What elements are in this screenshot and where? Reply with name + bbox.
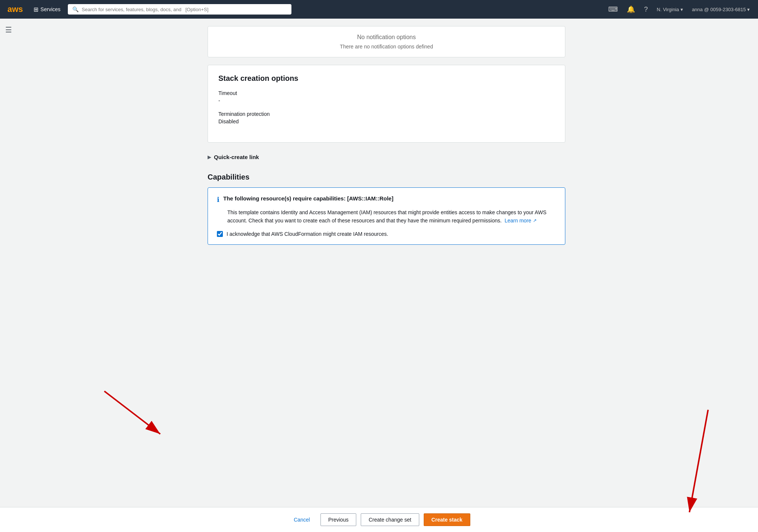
user-menu[interactable]: anna @ 0059-2303-6815 ▾ (688, 4, 754, 15)
iam-checkbox-label[interactable]: I acknowledge that AWS CloudFormation mi… (227, 231, 388, 237)
svg-line-2 (689, 410, 708, 512)
info-icon: ℹ (217, 196, 219, 204)
footer-actions: Cancel Previous Create change set Create… (0, 507, 758, 532)
sidebar-toggle[interactable]: ☰ (5, 25, 12, 34)
grid-icon: ⊞ (34, 6, 38, 13)
stack-options-card: Stack creation options Timeout - Termina… (208, 65, 565, 143)
bell-icon[interactable]: 🔔 (623, 3, 639, 16)
global-search[interactable]: 🔍 (68, 4, 291, 15)
termination-field: Termination protection Disabled (218, 111, 555, 124)
capabilities-box: ℹ The following resource(s) require capa… (208, 187, 565, 245)
external-link-icon: ↗ (533, 217, 537, 224)
timeout-label: Timeout (218, 90, 555, 96)
iam-acknowledge-checkbox[interactable] (217, 231, 223, 237)
capabilities-title: Capabilities (208, 173, 565, 181)
search-icon: 🔍 (72, 6, 79, 12)
region-selector[interactable]: N. Virginia ▾ (653, 4, 686, 15)
services-menu[interactable]: ⊞ Services (30, 4, 64, 15)
stack-options-title: Stack creation options (218, 74, 555, 83)
capabilities-header: ℹ The following resource(s) require capa… (217, 195, 556, 204)
quick-create-section: ▶ Quick-create link (208, 150, 565, 164)
svg-line-1 (104, 391, 160, 434)
main-content: No notification options There are no not… (0, 19, 758, 282)
learn-more-link[interactable]: Learn more ↗ (505, 216, 537, 225)
search-input[interactable] (82, 7, 287, 12)
aws-logo[interactable]: aws (4, 3, 26, 16)
create-change-set-button[interactable]: Create change set (361, 513, 419, 526)
termination-label: Termination protection (218, 111, 555, 117)
capabilities-box-title: The following resource(s) require capabi… (223, 195, 394, 202)
notification-title: No notification options (218, 34, 555, 41)
timeout-value: - (218, 98, 555, 104)
help-icon[interactable]: ? (640, 3, 651, 16)
nav-icons: ⌨ 🔔 ? N. Virginia ▾ anna @ 0059-2303-681… (604, 3, 754, 16)
services-label: Services (41, 6, 61, 12)
termination-value: Disabled (218, 118, 555, 124)
quick-create-label: Quick-create link (214, 154, 259, 160)
terminal-icon[interactable]: ⌨ (604, 3, 622, 16)
capabilities-section: Capabilities ℹ The following resource(s)… (208, 173, 565, 245)
capabilities-body-text: This template contains Identity and Acce… (217, 208, 556, 225)
notification-card: No notification options There are no not… (208, 26, 565, 57)
timeout-field: Timeout - (218, 90, 555, 104)
iam-acknowledge-checkbox-row: I acknowledge that AWS CloudFormation mi… (217, 231, 556, 237)
notification-subtitle: There are no notification options define… (218, 44, 555, 50)
cancel-button[interactable]: Cancel (288, 514, 316, 526)
quick-create-toggle[interactable]: ▶ Quick-create link (208, 150, 565, 164)
expand-arrow-icon: ▶ (208, 155, 211, 160)
content-wrapper: No notification options There are no not… (208, 26, 565, 245)
aws-logo-text: aws (7, 5, 23, 13)
previous-button[interactable]: Previous (320, 513, 356, 526)
top-navigation: aws ⊞ Services 🔍 ⌨ 🔔 ? N. Virginia ▾ ann… (0, 0, 758, 19)
create-stack-button[interactable]: Create stack (424, 513, 470, 526)
